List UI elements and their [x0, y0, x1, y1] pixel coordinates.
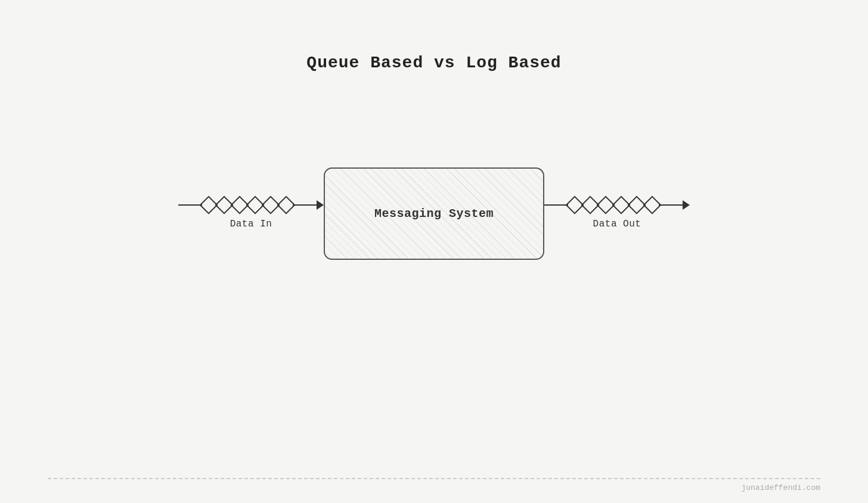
data-out-section: Data Out: [544, 198, 690, 229]
diagram-area: Data In Messaging System: [178, 167, 690, 260]
diamond-out-6: [643, 195, 661, 214]
messaging-system-label: Messaging System: [374, 207, 494, 221]
messaging-system-box: Messaging System: [324, 167, 544, 260]
footer-url: junaideffendi.com: [741, 483, 820, 492]
data-in-section: Data In: [178, 198, 324, 229]
data-in-arrow-row: [178, 198, 324, 212]
data-in-label: Data In: [230, 219, 272, 229]
page-container: Queue Based vs Log Based Da: [0, 0, 868, 503]
diamonds-in: [202, 198, 293, 212]
data-out-arrow-row: [544, 198, 690, 212]
arrowhead-out: [683, 200, 690, 210]
data-out-label: Data Out: [593, 219, 641, 229]
arrowhead-in: [317, 200, 324, 210]
diamond-in-6: [277, 195, 295, 214]
footer-divider: [48, 478, 820, 479]
diamonds-out: [568, 198, 659, 212]
line-out-right: [659, 204, 683, 206]
page-title: Queue Based vs Log Based: [306, 54, 561, 72]
line-in-right: [293, 204, 317, 206]
